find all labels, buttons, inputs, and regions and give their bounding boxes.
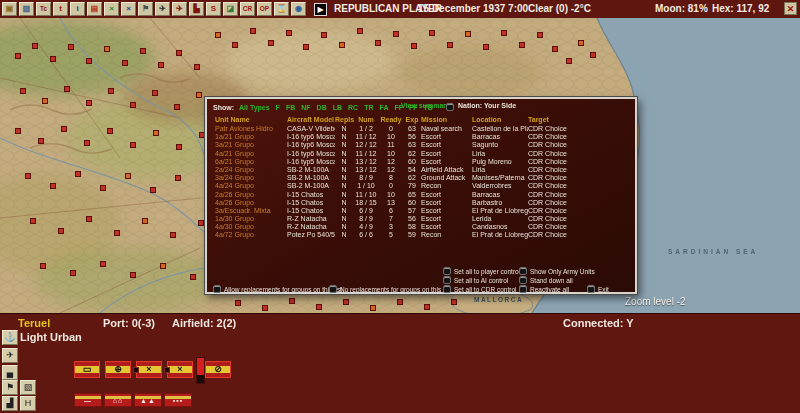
factory-icon[interactable]: ▟ [2,396,18,411]
air-group-row[interactable]: 3a/Escuadr. MixtaI-15 ChatosN6 / 9657Esc… [215,207,631,215]
cell: Escort [421,150,472,158]
exit-button[interactable]: Exit [587,285,609,293]
cell: 12 [379,158,403,166]
close-icon[interactable]: ✕ [784,2,797,15]
counter-dot[interactable] [133,367,139,373]
filter-all-types[interactable]: All Types [239,104,270,111]
mountain-info-counter[interactable]: ▲▲ [134,393,162,407]
column-header: Target [528,116,628,123]
cell: Liria [472,150,528,158]
cell: 56 [403,215,421,223]
airplane-icon[interactable]: ✈ [2,348,18,363]
cell: 6a/21 Grupo [215,158,287,166]
cell: I-15 Chatos [287,191,335,199]
show-army-units-button[interactable]: Show Only Army Units [519,267,595,275]
filter-fb[interactable]: FB [286,104,295,111]
set-ai-control-button[interactable]: Set all to AI control [443,276,508,284]
filter-f[interactable]: F [276,104,280,111]
no-replacements-button[interactable]: No replacements for groups on this list [329,285,451,293]
load-icon[interactable]: ▨ [19,2,34,16]
op-button[interactable]: OP [257,2,272,16]
air-group-row[interactable]: 4a/72 GrupoPotez Po 540/542N6 / 6559Reco… [215,231,631,239]
air-group-row[interactable]: 4a/24 GrupoSB-2 M-100AN1 / 10079ReconVal… [215,182,631,190]
cell: 10 [379,150,403,158]
nation-filter-label: Nation: Your Side [458,102,516,109]
airbase-unit-counter[interactable]: ⊕ [105,361,131,378]
flag-stripes-icon[interactable]: ▤ [87,2,102,16]
cell: Barracas [472,191,528,199]
infantry-unit-counter[interactable]: × [167,361,193,378]
filter-fa[interactable]: FA [380,104,389,111]
stand-down-all-button[interactable]: Stand down all [519,276,573,284]
hq-toggle-button[interactable]: H [20,396,36,411]
allow-replacements-button[interactable]: Allow replacements for groups on this li… [213,285,342,293]
air-group-row[interactable]: 4a/30 GrupoR-Z NatachaN4 / 9358EscortCan… [215,223,631,231]
photo-icon[interactable]: ▧ [20,380,36,395]
ship-info-counter[interactable]: ⌂⌂ [104,393,132,407]
flag-icon[interactable]: ⚑ [2,380,18,395]
hourglass-icon[interactable]: ⌛ [274,2,289,16]
cell: 13 [379,199,403,207]
cell: CDR Choice [528,191,628,199]
air-group-row[interactable]: 3a/24 GrupoSB-2 M-100AN8 / 9862Ground At… [215,174,631,182]
cell: 8 / 9 [353,215,379,223]
cell: Barbastro [472,199,528,207]
cell: Escort [421,158,472,166]
tank-icon[interactable]: ▄ [2,365,18,380]
cr-button[interactable]: CR [240,2,255,16]
filter-nf[interactable]: NF [301,104,310,111]
set-player-control-button[interactable]: Set all to player control [443,267,520,275]
cell: Candasnos [472,223,528,231]
air-group-row[interactable]: 2a/24 GrupoSB-2 M-100AN13 / 121254Airfie… [215,166,631,174]
air-group-row[interactable]: 2a/26 GrupoI-15 ChatosN11 / 101065Escort… [215,191,631,199]
cell: I-16 typ5 Mosca [287,158,335,166]
tc-button[interactable]: Tc [36,2,51,16]
cell: 4a/30 Grupo [215,223,287,231]
cell: Naval search [421,125,472,133]
cell: 6 [379,207,403,215]
toolbar-icons: ▣▨Tcti▤××⚑✈✈▙S◪CROP⌛◉ [0,2,306,16]
city-info-counter[interactable]: ▪▪▪ [164,393,192,407]
filter-db[interactable]: DB [317,104,327,111]
view-summary-link[interactable]: View summary [401,102,450,109]
anchor-icon[interactable]: ⚓ [2,330,18,345]
air-group-row[interactable]: 1a/21 GrupoI-16 typ6 MoscaN11 / 121056Es… [215,133,631,141]
s-button[interactable]: S [206,2,221,16]
counter-dot[interactable] [164,367,170,373]
filter-tr[interactable]: TR [364,104,373,111]
gun-info-counter[interactable]: — [74,393,102,407]
terrain-map-icon[interactable]: ◪ [223,2,238,16]
air-group-row[interactable]: 4a/26 GrupoI-15 ChatosN18 / 151360Escort… [215,199,631,207]
cell: N [335,150,353,158]
air-group-row[interactable]: Patr Aviones HidroCASA-V Vildebeest HN1 … [215,125,631,133]
support-unit-counter[interactable]: ⊘ [205,361,231,378]
air-mission-icon[interactable]: ✈ [172,2,187,16]
air-group-row[interactable]: 1a/30 GrupoR-Z NatachaN8 / 9756EscortLer… [215,215,631,223]
air-group-row[interactable]: 6a/21 GrupoI-16 typ5 MoscaN13 / 121260Es… [215,158,631,166]
t-button[interactable]: t [53,2,68,16]
column-header: Aircraft Model [287,116,335,123]
globe-icon[interactable]: ◉ [291,2,306,16]
info-button[interactable]: i [70,2,85,16]
cell: N [335,174,353,182]
play-button[interactable]: ▶ [314,3,327,16]
hex-coordinates: Hex: 117, 92 [712,3,769,14]
air-transfer-icon[interactable]: ✈ [155,2,170,16]
infantry-unit-counter[interactable]: × [136,361,162,378]
stacked-unit-counter[interactable] [196,357,205,384]
cell: 63 [403,141,421,149]
hq-unit-counter[interactable]: ▭ [74,361,100,378]
cell: N [335,223,353,231]
air-group-row[interactable]: 4a/21 GrupoI-16 typ6 MoscaN11 / 121062Es… [215,150,631,158]
save-icon[interactable]: ▣ [2,2,17,16]
reactivate-all-button[interactable]: Reactivate all [519,285,569,293]
set-cdr-control-button[interactable]: Set all to CDR control [443,285,517,293]
green-x-icon[interactable]: × [104,2,119,16]
ship-icon[interactable]: ▙ [189,2,204,16]
filter-lb[interactable]: LB [333,104,342,111]
white-flag-icon[interactable]: ⚑ [138,2,153,16]
air-group-row[interactable]: 3a/21 GrupoI-16 typ6 MoscaN12 / 121163Es… [215,141,631,149]
blue-x-icon[interactable]: × [121,2,136,16]
filter-rc[interactable]: RC [348,104,358,111]
nation-toggle-button[interactable] [446,103,454,111]
